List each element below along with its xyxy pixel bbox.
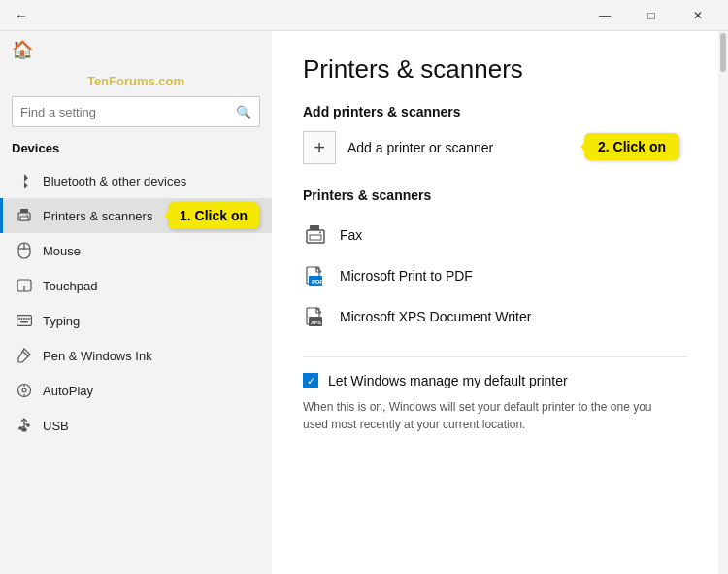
sidebar-item-autoplay[interactable]: AutoPlay <box>0 373 272 408</box>
add-section-title: Add printers & scanners <box>303 104 687 119</box>
printers-section-title: Printers & scanners <box>303 187 687 203</box>
default-printer-label: Let Windows manage my default printer <box>328 373 568 388</box>
svg-rect-26 <box>22 428 26 431</box>
search-icon: 🔍 <box>236 105 251 119</box>
help-text: When this is on, Windows will set your d… <box>303 398 672 433</box>
sidebar-item-autoplay-label: AutoPlay <box>43 384 93 398</box>
sidebar-item-bluetooth-label: Bluetooth & other devices <box>43 174 186 188</box>
add-printer-link[interactable]: Add a printer or scanner <box>347 140 493 155</box>
search-input[interactable] <box>20 105 236 119</box>
bluetooth-icon <box>16 172 33 189</box>
maximize-button[interactable]: □ <box>629 0 674 31</box>
mouse-icon <box>16 242 33 259</box>
scrollbar[interactable] <box>718 31 728 574</box>
titlebar: ← — □ ✕ <box>0 0 728 31</box>
printer-item-xps-label: Microsoft XPS Document Writer <box>340 309 531 324</box>
typing-icon <box>16 312 33 329</box>
sidebar-item-touchpad-label: Touchpad <box>43 279 97 293</box>
touchpad-icon <box>16 277 33 294</box>
home-nav[interactable]: 🏠 <box>0 31 272 68</box>
callout-2: 2. Click on <box>584 133 679 160</box>
sidebar-item-touchpad[interactable]: Touchpad <box>0 268 272 303</box>
sidebar-item-printers[interactable]: Printers & scanners 1. Click on <box>0 198 272 233</box>
titlebar-controls: — □ ✕ <box>582 0 720 31</box>
sidebar-item-usb-label: USB <box>43 419 69 433</box>
printer-item-xps[interactable]: XPS Microsoft XPS Document Writer <box>303 296 687 337</box>
printer-item-fax[interactable]: Fax <box>303 215 687 255</box>
svg-point-3 <box>26 215 28 217</box>
search-box[interactable]: 🔍 <box>12 96 260 127</box>
minimize-button[interactable]: — <box>582 0 627 31</box>
app-body: 🏠 TenForums.com 🔍 Devices Bluetooth & ot… <box>0 31 728 574</box>
printer-item-fax-label: Fax <box>340 227 362 243</box>
sidebar: 🏠 TenForums.com 🔍 Devices Bluetooth & ot… <box>0 31 272 574</box>
svg-rect-1 <box>20 217 28 220</box>
sidebar-section-label: Devices <box>0 137 272 163</box>
svg-text:PDF: PDF <box>312 279 323 285</box>
close-button[interactable]: ✕ <box>676 0 720 31</box>
sidebar-item-printers-label: Printers & scanners <box>43 209 152 223</box>
printer-item-pdf-label: Microsoft Print to PDF <box>340 268 473 284</box>
svg-rect-29 <box>310 225 319 230</box>
sidebar-item-typing-label: Typing <box>43 314 80 328</box>
printer-icon <box>16 207 33 224</box>
xps-printer-icon: XPS <box>303 304 328 329</box>
sidebar-item-usb[interactable]: USB <box>0 408 272 443</box>
sidebar-item-pen[interactable]: Pen & Windows Ink <box>0 338 272 373</box>
add-printer-row: + Add a printer or scanner 2. Click on <box>303 131 687 164</box>
home-icon: 🏠 <box>12 39 33 60</box>
svg-rect-9 <box>17 316 32 326</box>
add-printer-button[interactable]: + <box>303 131 336 164</box>
main-content: Printers & scanners Add printers & scann… <box>272 31 718 574</box>
sidebar-item-mouse[interactable]: Mouse <box>0 233 272 268</box>
default-printer-checkbox-row[interactable]: Let Windows manage my default printer <box>303 373 687 388</box>
autoplay-icon <box>16 382 33 399</box>
usb-icon <box>16 417 33 434</box>
svg-rect-28 <box>310 235 321 240</box>
back-button[interactable]: ← <box>8 2 35 29</box>
pdf-printer-icon: PDF <box>303 263 328 288</box>
svg-point-25 <box>19 427 21 429</box>
page-title: Printers & scanners <box>303 54 687 84</box>
fax-icon <box>303 222 328 248</box>
divider <box>303 356 687 357</box>
printer-list: Fax PDF Microsoft Print to PDF <box>303 215 687 337</box>
default-printer-checkbox[interactable] <box>303 373 318 388</box>
printer-item-pdf[interactable]: PDF Microsoft Print to PDF <box>303 255 687 296</box>
watermark: TenForums.com <box>0 68 272 92</box>
svg-rect-2 <box>20 209 28 213</box>
sidebar-item-bluetooth[interactable]: Bluetooth & other devices <box>0 163 272 198</box>
sidebar-item-pen-label: Pen & Windows Ink <box>43 349 152 363</box>
sidebar-item-mouse-label: Mouse <box>43 244 81 258</box>
pen-icon <box>16 347 33 364</box>
svg-point-30 <box>319 232 321 234</box>
svg-text:XPS: XPS <box>311 320 321 325</box>
svg-point-18 <box>22 388 26 392</box>
scrollbar-thumb[interactable] <box>720 33 726 72</box>
sidebar-item-typing[interactable]: Typing <box>0 303 272 338</box>
callout-1: 1. Click on <box>168 202 259 229</box>
titlebar-left: ← <box>8 2 35 29</box>
svg-point-24 <box>27 424 29 426</box>
